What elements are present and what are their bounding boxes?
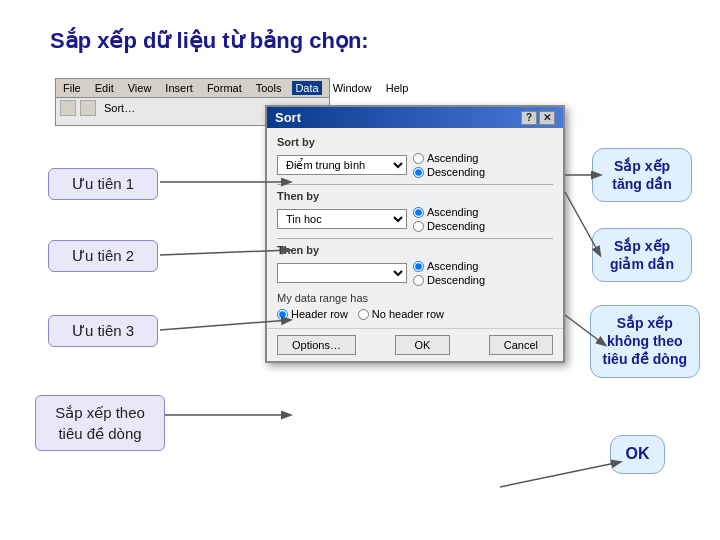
sort-menu-item[interactable]: Sort…: [104, 102, 135, 114]
menu-file[interactable]: File: [60, 81, 84, 95]
sap-xep-theo-label: Sắp xếp theo tiêu đề dòng: [35, 395, 165, 451]
sap-xep-tang-bubble: Sắp xếptăng dần: [592, 148, 692, 202]
sort-by-ascending-option[interactable]: Ascending: [413, 152, 485, 164]
menu-view[interactable]: View: [125, 81, 155, 95]
then-by-1-label: Then by: [277, 190, 553, 202]
options-button[interactable]: Options…: [277, 335, 356, 355]
dialog-titlebar: Sort ? ✕: [267, 107, 563, 128]
sort-by-descending-option[interactable]: Descending: [413, 166, 485, 178]
header-row-radio[interactable]: [277, 309, 288, 320]
sort-by-radio-group: Ascending Descending: [413, 152, 485, 178]
no-header-row-radio[interactable]: [358, 309, 369, 320]
then-by-2-descending-radio[interactable]: [413, 275, 424, 286]
menu-tools[interactable]: Tools: [253, 81, 285, 95]
data-range-label: My data range has: [277, 292, 553, 304]
menu-data[interactable]: Data: [292, 81, 321, 95]
no-header-row-option[interactable]: No header row: [358, 308, 444, 320]
menu-help[interactable]: Help: [383, 81, 412, 95]
cancel-button[interactable]: Cancel: [489, 335, 553, 355]
then-by-2-descending-option[interactable]: Descending: [413, 274, 485, 286]
toolbar-icon-1: [60, 100, 76, 116]
descending-label-2: Descending: [427, 220, 485, 232]
divider-2: [277, 238, 553, 239]
dialog-title: Sort: [275, 110, 301, 125]
sort-by-label: Sort by: [277, 136, 553, 148]
dialog-footer: Options… OK Cancel: [267, 328, 563, 361]
then-by-1-radio-group: Ascending Descending: [413, 206, 485, 232]
sort-by-select[interactable]: Điểm trung bình: [277, 155, 407, 175]
header-row-label: Header row: [291, 308, 348, 320]
uu-tien-3-label: Ưu tiên 3: [48, 315, 158, 347]
then-by-2-ascending-radio[interactable]: [413, 261, 424, 272]
header-row-option[interactable]: Header row: [277, 308, 348, 320]
page-title: Sắp xếp dữ liệu từ bảng chọn:: [50, 28, 369, 54]
sort-by-ascending-radio[interactable]: [413, 153, 424, 164]
then-by-1-select[interactable]: Tin hoc: [277, 209, 407, 229]
descending-label-1: Descending: [427, 166, 485, 178]
then-by-1-ascending-option[interactable]: Ascending: [413, 206, 485, 218]
sort-dialog: Sort ? ✕ Sort by Điểm trung bình Ascendi…: [265, 105, 565, 363]
menu-window[interactable]: Window: [330, 81, 375, 95]
then-by-1-ascending-radio[interactable]: [413, 207, 424, 218]
titlebar-buttons: ? ✕: [521, 111, 555, 125]
then-by-1-descending-option[interactable]: Descending: [413, 220, 485, 232]
then-by-2-ascending-option[interactable]: Ascending: [413, 260, 485, 272]
sort-by-row: Điểm trung bình Ascending Descending: [277, 152, 553, 178]
uu-tien-1-label: Ưu tiên 1: [48, 168, 158, 200]
then-by-2-radio-group: Ascending Descending: [413, 260, 485, 286]
uu-tien-2-label: Ưu tiên 2: [48, 240, 158, 272]
toolbar-icon-2: [80, 100, 96, 116]
ok-button[interactable]: OK: [395, 335, 450, 355]
menu-insert[interactable]: Insert: [162, 81, 196, 95]
sap-xep-giam-bubble: Sắp xếpgiảm dần: [592, 228, 692, 282]
menu-format[interactable]: Format: [204, 81, 245, 95]
data-range-row: Header row No header row: [277, 308, 553, 320]
sort-by-descending-radio[interactable]: [413, 167, 424, 178]
dialog-body: Sort by Điểm trung bình Ascending Descen…: [267, 128, 563, 328]
no-header-row-label: No header row: [372, 308, 444, 320]
then-by-2-row: Ascending Descending: [277, 260, 553, 286]
menubar: File Edit View Insert Format Tools Data …: [56, 79, 329, 98]
then-by-2-select[interactable]: [277, 263, 407, 283]
sap-xep-khong-bubble: Sắp xếpkhông theotiêu đề dòng: [590, 305, 700, 378]
then-by-2-label: Then by: [277, 244, 553, 256]
dialog-close-btn[interactable]: ✕: [539, 111, 555, 125]
ok-label-bubble: OK: [610, 435, 665, 474]
descending-label-3: Descending: [427, 274, 485, 286]
then-by-1-row: Tin hoc Ascending Descending: [277, 206, 553, 232]
menu-edit[interactable]: Edit: [92, 81, 117, 95]
data-range-section: My data range has Header row No header r…: [277, 292, 553, 320]
then-by-1-descending-radio[interactable]: [413, 221, 424, 232]
ascending-label-1: Ascending: [427, 152, 478, 164]
divider-1: [277, 184, 553, 185]
dialog-help-btn[interactable]: ?: [521, 111, 537, 125]
ascending-label-2: Ascending: [427, 206, 478, 218]
ascending-label-3: Ascending: [427, 260, 478, 272]
svg-line-7: [500, 462, 620, 487]
